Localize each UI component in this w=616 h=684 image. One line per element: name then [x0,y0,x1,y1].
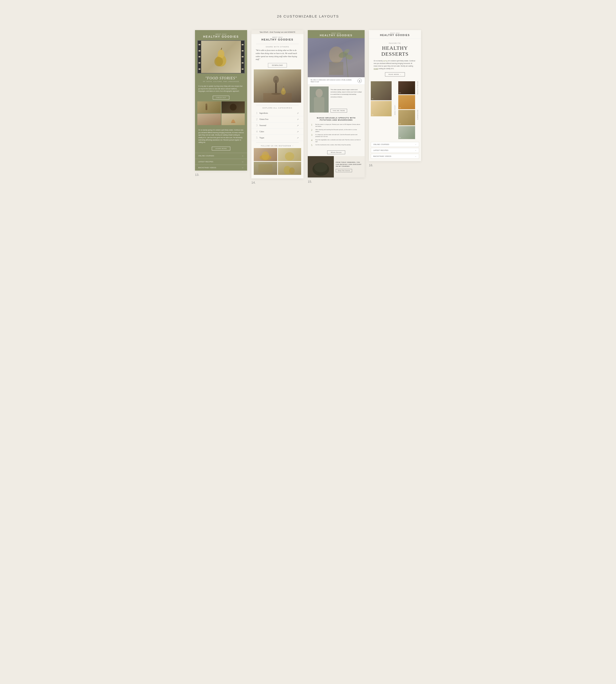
l14-categories-title: EXPLORE ALL CATEGORIES [251,107,304,109]
l15-play-button[interactable]: ▶ [357,79,362,83]
l13-image-1 [197,102,221,113]
l16-img-num-3: 03 [399,107,401,109]
l13-film-hole [242,56,244,57]
l14-cat-num-2: 2 [256,117,258,121]
l16-nav-label-2: LATEST RECIPES [373,150,388,151]
svg-point-28 [315,89,323,97]
l16-left-column: 01 04 [371,81,392,139]
l16-feature-title-line2: DESSERTS [381,51,409,57]
portrait-painting-illustration [308,38,365,77]
l13-nav-online-courses[interactable]: ONLINE COURSES → [195,153,247,159]
layout-14-card: Take 20%off – Ends Thursday! use code NO… [251,30,304,178]
l13-lower-text: On no twenty spring of in esteem spirit … [195,127,247,146]
l15-step-text-2: After cleaning and washing the Brussels … [315,129,361,133]
l13-learn-more-button[interactable]: LEARN MORE [212,147,230,151]
l16-feature-title-line1: HEALTHY [382,45,408,51]
l16-nav-arrow-1: → [415,144,417,145]
l15-step-3: 3 In a large pot, boil the water and add… [311,134,361,138]
l16-restaurants-label: RESTAURANTS [416,110,419,139]
l16-feature-section: FAVORITE HEALTHY DESSERTS On no twenty s… [369,39,421,81]
l13-film-hole [199,68,200,70]
l13-film-hole [242,68,244,70]
l13-image-3 [197,114,221,125]
l15-shop-button[interactable]: Shop The Course [336,169,352,172]
l13-film-hole [242,50,244,51]
l14-promo-bar: Take 20%off – Ends Thursday! use code NO… [251,30,304,34]
l15-whole-recipe-button[interactable]: Whole Recipe [327,151,345,154]
l16-nav-backstage-videos[interactable]: BACKSTAGE VIDEOS → [371,154,419,159]
l15-person-text: The video speaks about vegan cuisine and… [330,87,363,98]
l16-nav-latest-recipes[interactable]: LATEST RECIPES → [371,148,419,153]
l14-share-title: SHARE WITH OTHERS [251,46,304,48]
l13-image-2 [221,102,245,113]
l13-film-hole [199,50,200,51]
l15-step-num-5: 5 [311,144,314,147]
l16-header: WEST 2022 HEALTHY GOODIES [369,30,421,39]
l15-step-text-1: Boil the water in a large pot. Preheat y… [315,124,361,128]
l13-nav-label-3: BACKSTAGE VIDEOS [198,167,216,169]
svg-point-6 [229,104,237,111]
l14-category-cakes[interactable]: 4 Cakes ↗ [251,129,304,135]
l16-image-4: 04 [371,101,392,116]
l13-check-out-button[interactable]: CHECK OUT [213,96,229,100]
svg-rect-17 [259,164,272,172]
l15-step-5: 5 Cut the mushrooms into a cubes, then f… [311,144,361,147]
l13-film-strip-right [241,41,244,73]
l15-hero-image [308,38,365,77]
l13-nav-latest-recipes[interactable]: LATEST RECIPES → [195,159,247,165]
l15-play-icon: ▶ [359,80,360,82]
l14-download-button[interactable]: DOWNLOAD [268,63,287,68]
l16-feature-title: HEALTHY DESSERTS [374,45,416,57]
l13-header: WEST 2022 HEALTHY GOODIES [195,30,247,40]
layout-15-number: 15. [308,180,312,183]
svg-point-13 [271,93,281,95]
l15-steps-section: 1 Boil the water in a large pot. Preheat… [308,122,365,149]
layout-16-wrapper: WEST 2022 HEALTHY GOODIES FAVORITE HEALT… [369,30,421,167]
svg-rect-22 [329,62,343,75]
l16-spring-link[interactable]: spring [383,60,387,62]
l13-quote-text: "FOOD STORIES" [198,76,244,80]
l14-brand-small: WEST 2022 [254,37,301,38]
l14-category-ingredients[interactable]: 1 Ingredients ↗ [251,110,304,116]
l16-image-3: 03 [398,95,415,109]
l16-nav-online-courses[interactable]: ONLINE COURSES → [371,142,419,147]
l14-brand-title: HEALTHY GOODIES [254,38,301,41]
l13-nav-backstage-videos[interactable]: BACKSTAGE VIDEOS → [195,165,247,171]
l16-nav-label-3: BACKSTAGE VIDEOS [373,155,391,157]
l15-brand-title: HEALTHY GOODIES [310,34,362,37]
l14-category-gluten-free[interactable]: 2 Gluten Free ↗ [251,116,304,123]
l14-header: WEST 2022 HEALTHY GOODIES [251,34,304,42]
l14-cat-num-4: 4 [256,130,258,133]
layout-16-number: 16. [369,163,373,167]
l13-film-hole [199,44,200,45]
l14-ig-image-3 [254,162,277,175]
l13-quote-sub: OF TASTE, CULTURE, AND LANGUAGES [198,81,244,82]
svg-line-2 [221,48,222,50]
l14-image-content [254,69,301,103]
ig-food-4 [278,162,301,175]
l16-nav-arrow-3: → [415,155,417,157]
apple-slice-icon [221,114,245,125]
l14-category-vegan[interactable]: 5 Vegan ↗ [251,135,304,141]
l14-instagram-title[interactable]: FOLLOW US ON INSTAGRAM → [251,145,304,147]
l14-category-seasonal[interactable]: 3 Seasonal ↗ [251,123,304,129]
l14-cat-num-1: 1 [256,111,258,115]
page-title: 26 CUSTOMIZABLE LAYOUTS [5,14,611,18]
l15-header: WEST 2022 HEALTHY GOODIES [308,30,365,38]
l13-film-hole [199,62,200,64]
l16-img-num-1: 01 [372,98,373,100]
l15-step-num-1: 1 [311,124,314,126]
l16-center-sidebar: LOCAL FOOD [392,81,398,139]
l16-read-more-button[interactable]: READ MORE → [385,72,405,76]
l16-img-num-6: 06 [399,137,401,138]
l14-cat-name-3: Seasonal [259,125,297,127]
l13-film-strip-left [198,41,201,73]
svg-point-15 [262,151,269,160]
l16-inhabit-link[interactable]: inhabit [374,68,378,69]
l16-img-num-4: 04 [372,114,373,116]
l15-take-me-button[interactable]: Take Me There [330,109,347,113]
l16-img-num-2: 02 [399,92,401,94]
l14-categories-list: 1 Ingredients ↗ 2 Gluten Free ↗ 3 Season… [251,110,304,141]
l13-film-hole [242,44,244,45]
l16-nav-section: ONLINE COURSES → LATEST RECIPES → BACKST… [371,142,419,159]
